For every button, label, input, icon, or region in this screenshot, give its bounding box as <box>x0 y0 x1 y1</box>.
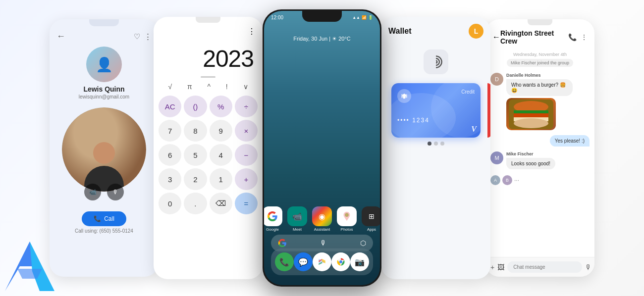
heart-icon[interactable]: ♡ <box>134 32 140 41</box>
wallet-panel: Wallet L <box>381 17 490 279</box>
calc-5[interactable]: 5 <box>184 144 207 166</box>
card-type-label: Credit <box>461 89 475 95</box>
calc-0[interactable]: 0 <box>159 193 181 214</box>
mic-btn[interactable]: 🎙 <box>107 184 124 200</box>
calc-more-icon[interactable]: ⋮ <box>248 27 256 36</box>
card-dot-1[interactable] <box>428 142 431 146</box>
mic-search-icon[interactable]: 🎙 <box>320 239 327 247</box>
card-red-edge <box>487 83 490 138</box>
panels-container: ← ♡ ⋮ 👤 Lewis Quinn lewisquinn@gmail.com <box>0 0 644 296</box>
calc-8[interactable]: 8 <box>184 120 207 142</box>
apps-icon: ⊞ <box>362 206 380 226</box>
status-bar: 12:00 ▲▲ 📶 🔋 <box>264 13 380 20</box>
contacts-panel: ← ♡ ⋮ 👤 Lewis Quinn lewisquinn@gmail.com <box>50 19 159 277</box>
sqrt-symbol[interactable]: √ <box>168 83 172 91</box>
phone-icon: 📞 <box>94 215 101 222</box>
calc-parens[interactable]: () <box>184 96 207 117</box>
svg-point-13 <box>530 103 533 106</box>
nfc-icon[interactable] <box>424 49 448 74</box>
msg-more-icon[interactable]: ⋮ <box>581 33 588 41</box>
card-dot-3[interactable] <box>440 142 444 146</box>
dock-messages[interactable]: 💬 <box>294 252 313 271</box>
visa-logo: V <box>471 125 477 134</box>
calc-1[interactable]: 1 <box>210 168 232 190</box>
danielle-sender-label: Danielle Holmes <box>506 73 590 78</box>
calc-3[interactable]: 3 <box>159 168 181 190</box>
messages-actions: 📞 ⋮ <box>568 33 588 41</box>
photo-overlay: 📹 🎙 <box>50 184 159 200</box>
more-icon[interactable]: ⋮ <box>144 32 152 41</box>
card-dot-2[interactable] <box>434 142 438 146</box>
calc-divider <box>201 76 215 78</box>
calc-multiply[interactable]: × <box>235 120 258 142</box>
chat-input[interactable] <box>507 261 582 273</box>
calc-2[interactable]: 2 <box>184 168 207 190</box>
phone-date: Friday, 30 Jun | ☀ 20°C <box>264 36 380 42</box>
google-label: Google <box>266 227 279 232</box>
call-button[interactable]: 📞 Call <box>82 211 126 226</box>
back-icon[interactable]: ← <box>56 31 65 42</box>
dock-camera[interactable]: 📷 <box>350 252 369 271</box>
more-members: ··· <box>514 177 519 184</box>
messages-panel: ← Rivington Street Crew 📞 ⋮ Wednesday, N… <box>485 19 594 277</box>
svg-point-14 <box>539 104 542 107</box>
msg-system-label: Mike Fischer joined the group <box>507 59 573 67</box>
credit-card[interactable]: Credit •••• 1234 V <box>391 83 481 138</box>
calc-percent[interactable]: % <box>210 96 232 117</box>
app-apps[interactable]: ⊞ Apps <box>362 206 380 232</box>
video-btn[interactable]: 📹 <box>84 184 101 200</box>
app-photos[interactable]: Photos <box>337 206 357 232</box>
app-meet[interactable]: 📹 Meet <box>287 206 307 232</box>
sent-bubble: Yes please! :) <box>550 135 590 147</box>
wallet-avatar[interactable]: L <box>469 24 483 39</box>
group-avatars: A B ··· <box>485 174 594 210</box>
add-attachment-icon[interactable]: + <box>490 263 494 271</box>
calc-display: 2023 <box>154 40 263 74</box>
svg-marker-1 <box>30 242 54 291</box>
calc-divide[interactable]: ÷ <box>235 96 258 117</box>
lens-icon[interactable]: ⬡ <box>360 239 366 247</box>
app-google[interactable]: Google <box>264 206 282 232</box>
phone-dock: 📞 💬 📷 <box>271 248 373 275</box>
svg-point-11 <box>514 118 548 128</box>
group-avatar-1: A <box>490 175 500 185</box>
mike-content: Mike Fischer Looks sooo good! <box>506 151 590 169</box>
msg-back-icon[interactable]: ← <box>492 33 500 42</box>
calculator-panel: ⋮ 2023 √ π ^ ! ∨ AC () % ÷ 7 8 9 × 6 5 <box>154 17 263 279</box>
google-icon <box>264 206 282 226</box>
messages-title: Rivington Street Crew <box>500 29 568 45</box>
msg-phone-icon[interactable]: 📞 <box>568 33 577 41</box>
mic-input-icon[interactable]: 🎙 <box>585 263 592 271</box>
calc-4[interactable]: 4 <box>210 144 232 166</box>
dock-chrome[interactable] <box>331 252 350 271</box>
calc-plus[interactable]: + <box>235 168 258 190</box>
image-attach-icon[interactable]: 🖼 <box>497 263 504 271</box>
sent-message-container: Yes please! :) <box>485 135 594 147</box>
calc-top-bar: ⋮ <box>154 23 263 40</box>
meet-icon: 📹 <box>287 206 307 226</box>
message-input-bar: + 🖼 🎙 <box>485 257 594 277</box>
calc-7[interactable]: 7 <box>159 120 181 142</box>
app-row-1: Google 📹 Meet ◉ Assistant <box>269 206 375 232</box>
calc-minus[interactable]: − <box>235 144 258 166</box>
expand-symbol[interactable]: ∨ <box>243 83 248 91</box>
calc-decimal[interactable]: . <box>184 193 207 214</box>
pi-symbol[interactable]: π <box>187 83 192 91</box>
calc-6[interactable]: 6 <box>159 144 181 166</box>
danielle-message-group: D Danielle Holmes Who wants a burger? 🍔 … <box>485 71 594 132</box>
power-symbol[interactable]: ^ <box>207 83 211 91</box>
calc-9[interactable]: 9 <box>210 120 232 142</box>
calc-ac[interactable]: AC <box>159 96 181 117</box>
apps-label: Apps <box>367 227 376 232</box>
dock-phone[interactable]: 📞 <box>275 252 294 271</box>
calc-equals[interactable]: = <box>235 193 258 214</box>
contacts-actions: ♡ ⋮ <box>134 32 152 41</box>
factorial-symbol[interactable]: ! <box>226 83 228 91</box>
app-assistant[interactable]: ◉ Assistant <box>312 206 332 232</box>
time-label: 12:00 <box>271 15 283 20</box>
dock-play[interactable] <box>313 252 331 271</box>
calc-symbols: √ π ^ ! ∨ <box>154 82 263 92</box>
nfc-area <box>381 43 490 79</box>
mike-bubble: Looks sooo good! <box>506 158 555 169</box>
calc-backspace[interactable]: ⌫ <box>210 193 232 214</box>
